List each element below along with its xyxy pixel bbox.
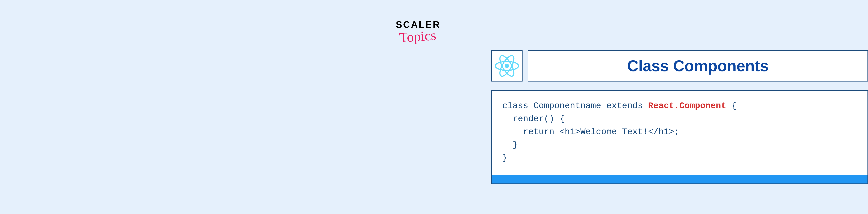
code-line-5: }	[502, 153, 507, 163]
brand-logo-sub: Topics	[399, 27, 437, 46]
header-row: Class Components	[491, 50, 868, 81]
code-line-1-prefix: class Componentname extends	[502, 101, 648, 111]
svg-point-0	[505, 64, 509, 68]
code-footer-bar	[492, 175, 867, 183]
title-box: Class Components	[528, 50, 868, 81]
code-content: class Componentname extends React.Compon…	[492, 91, 867, 175]
react-icon	[495, 54, 519, 78]
code-line-1-suffix: {	[726, 101, 737, 111]
code-box: class Componentname extends React.Compon…	[491, 90, 868, 184]
code-line-4: }	[502, 140, 518, 150]
title-text: Class Components	[627, 57, 769, 75]
code-line-3: return <h1>Welcome Text!</h1>;	[502, 127, 679, 137]
code-line-2: render() {	[502, 114, 565, 124]
code-line-1-highlight: React.Component	[648, 101, 726, 111]
react-icon-box	[491, 50, 523, 81]
